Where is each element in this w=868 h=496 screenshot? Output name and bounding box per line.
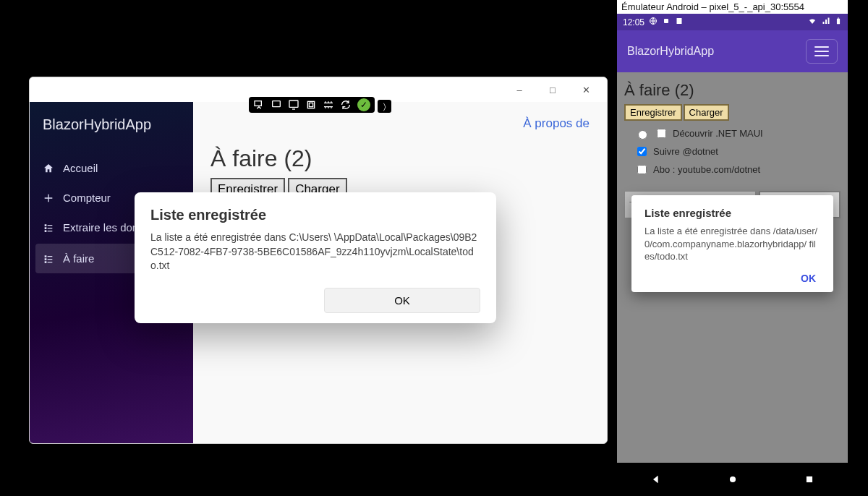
list-item: Suivre @dotnet [634, 145, 841, 158]
svg-rect-2 [289, 101, 298, 107]
checkbox[interactable] [637, 165, 647, 174]
dialog-ok-button[interactable]: OK [324, 288, 480, 313]
minimize-icon[interactable]: – [503, 79, 536, 101]
home-icon [43, 163, 54, 174]
page-title-mobile: À faire (2) [624, 81, 841, 100]
todo-list: Découvrir .NET MAUI Suivre @dotnet Abo :… [634, 127, 841, 176]
maximize-icon[interactable]: □ [536, 79, 569, 101]
todo-label: Suivre @dotnet [653, 146, 718, 157]
vs-debug-toolbar[interactable]: ✓ [249, 97, 375, 113]
svg-rect-0 [255, 101, 261, 106]
globe-icon [649, 17, 658, 27]
radio-icon[interactable] [638, 130, 647, 140]
home-icon[interactable] [728, 474, 738, 484]
sidebar-item-home[interactable]: Accueil [30, 153, 193, 183]
svg-rect-8 [837, 19, 840, 25]
list-item: Abo : youtube.com/dotnet [634, 163, 841, 176]
sidebar-item-label: À faire [63, 252, 94, 265]
battery-icon [835, 16, 842, 28]
svg-rect-6 [664, 19, 668, 23]
recents-icon[interactable] [804, 474, 814, 484]
android-nav-bar [617, 463, 848, 496]
mobile-main: À faire (2) Enregistrer Charger Découvri… [617, 72, 848, 463]
status-time: 12:05 [623, 17, 644, 27]
load-button-mobile[interactable]: Charger [684, 104, 729, 121]
debug-icon [662, 17, 671, 27]
check-icon[interactable]: ✓ [357, 98, 370, 111]
list-item: Découvrir .NET MAUI [634, 127, 841, 140]
sidebar-item-label: Compteur [63, 192, 111, 204]
dialog-ok-button-mobile[interactable]: OK [796, 272, 820, 285]
back-icon[interactable] [650, 474, 662, 485]
list-icon [43, 222, 54, 234]
app-brand: BlazorHybridApp [30, 102, 193, 153]
svg-rect-1 [273, 101, 281, 107]
app-navbar-mobile: BlazorHybridApp [617, 30, 848, 72]
svg-rect-7 [677, 18, 682, 24]
sidebar-item-label: Accueil [63, 162, 98, 174]
android-status-bar: 12:05 [617, 14, 848, 30]
checkbox[interactable] [657, 129, 666, 138]
app-brand-mobile: BlazorHybridApp [627, 45, 714, 58]
signal-icon [822, 17, 830, 27]
svg-rect-11 [807, 476, 812, 482]
list-icon [43, 253, 54, 265]
card-icon [675, 17, 684, 27]
svg-point-10 [730, 476, 736, 482]
hamburger-icon[interactable] [806, 39, 838, 64]
ruler-icon[interactable] [323, 99, 334, 111]
sidebar-item-label: Extraire les don [63, 221, 138, 234]
alert-dialog-android: Liste enregistrée La liste a été enregis… [631, 195, 833, 292]
plus-icon [43, 192, 54, 204]
save-button-mobile[interactable]: Enregistrer [624, 104, 682, 121]
refresh-icon[interactable] [340, 99, 352, 111]
close-icon[interactable]: ✕ [569, 79, 603, 101]
page-title: À faire (2) [210, 145, 590, 172]
about-link[interactable]: À propos de [523, 116, 590, 131]
alert-dialog-windows: Liste enregistrée La liste a été enregis… [135, 192, 496, 323]
emulator-title: Émulateur Android – pixel_5_-_api_30:555… [617, 0, 848, 14]
dialog-title-mobile: Liste enregistrée [644, 207, 820, 219]
dialog-title: Liste enregistrée [150, 207, 480, 223]
device-icon[interactable] [271, 99, 282, 111]
svg-rect-9 [838, 17, 839, 18]
todo-label: Abo : youtube.com/dotnet [653, 164, 760, 175]
chevron-right-icon[interactable]: 〉 [378, 100, 391, 113]
checkbox[interactable] [637, 147, 647, 156]
dialog-body-mobile: La liste a été enregistrée dans /data/us… [644, 225, 820, 263]
android-emulator-window: Émulateur Android – pixel_5_-_api_30:555… [617, 0, 848, 496]
todo-label: Découvrir .NET MAUI [673, 128, 763, 139]
screen-icon[interactable] [288, 99, 299, 111]
wifi-icon [807, 17, 817, 27]
box-icon[interactable] [305, 99, 317, 111]
inspect-icon[interactable] [253, 99, 265, 111]
dialog-body: La liste a été enregistrée dans C:\Users… [150, 231, 480, 273]
svg-rect-4 [309, 103, 312, 106]
